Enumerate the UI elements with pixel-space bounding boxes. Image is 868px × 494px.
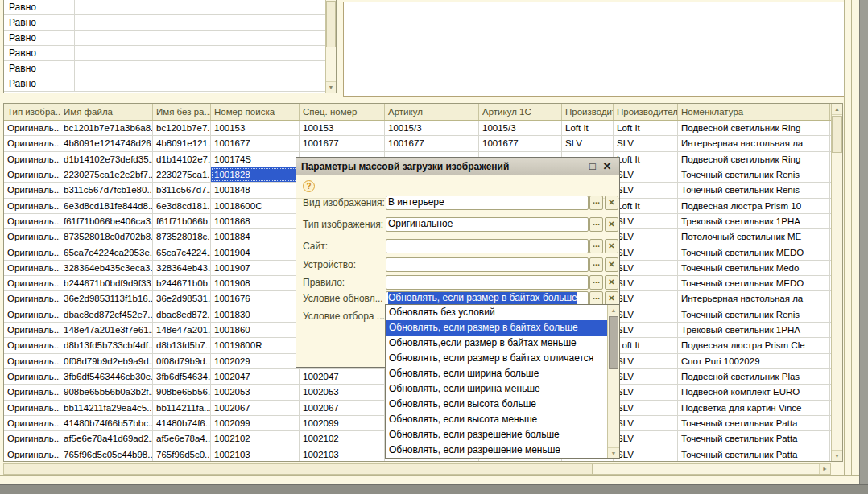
table-cell[interactable]: d8b13fd5b733cbf4df... <box>60 338 153 352</box>
table-cell[interactable]: dbac8ed872... <box>153 307 211 322</box>
table-cell[interactable]: Оригиналь... <box>4 229 60 244</box>
filter-row[interactable]: Равно <box>4 76 325 92</box>
table-cell[interactable]: f61f71b066be406ca3... <box>60 214 153 228</box>
table-cell[interactable]: Loft It <box>614 338 678 352</box>
table-cell[interactable]: d8b13fd5b7... <box>153 338 211 352</box>
table-cell[interactable]: SLV <box>614 354 678 368</box>
table-cell[interactable]: b244671b0bdf9d9f33... <box>60 276 153 290</box>
table-cell[interactable]: 148e47a201... <box>153 323 211 337</box>
table-cell[interactable]: 100153 <box>211 121 300 135</box>
table-cell[interactable]: SLV <box>614 385 678 399</box>
table-cell[interactable]: 1001830 <box>211 307 300 322</box>
table-cell[interactable]: Интерьерная настольная ла <box>678 291 830 306</box>
table-cell[interactable]: 10015/3 <box>385 121 479 135</box>
table-cell[interactable]: 765f96d5c05c44b98... <box>60 447 153 461</box>
table-cell[interactable]: 908be65b56... <box>153 385 211 399</box>
column-header[interactable]: Номенклатура <box>678 104 830 120</box>
table-cell[interactable]: Оригиналь... <box>4 354 60 368</box>
table-cell[interactable]: Оригиналь... <box>4 261 60 275</box>
table-cell[interactable]: bb114211fa29ea4c5... <box>60 401 153 415</box>
clear-icon[interactable]: ✕ <box>605 196 618 210</box>
column-header[interactable]: Имя файла <box>60 104 153 120</box>
clear-icon[interactable]: ✕ <box>605 217 618 232</box>
table-cell[interactable]: 1001677 <box>211 136 300 150</box>
table-cell[interactable]: 1001677 <box>385 136 479 150</box>
table-cell[interactable]: bb114211fa... <box>153 401 211 415</box>
table-cell[interactable]: Точечный светильник Medo <box>678 261 830 275</box>
table-row[interactable]: Оригиналь...4b8091e1214748d26...4b8091e1… <box>4 136 831 151</box>
table-cell[interactable]: SLV <box>614 167 678 182</box>
table-cell[interactable]: 1002047 <box>211 369 300 384</box>
table-cell[interactable]: Оригиналь... <box>4 183 60 197</box>
choose-button[interactable]: ... <box>589 239 603 253</box>
table-cell[interactable]: 1001904 <box>211 245 300 260</box>
filter-value-cell[interactable] <box>75 46 325 60</box>
table-cell[interactable]: Подсветка для картин Vince <box>678 401 830 415</box>
choose-button[interactable]: ... <box>589 275 603 290</box>
table-cell[interactable]: Оригиналь... <box>4 307 60 322</box>
table-hscrollbar-thumb[interactable] <box>4 464 593 474</box>
table-cell[interactable]: 100153 <box>300 121 385 135</box>
field-input[interactable] <box>386 257 589 272</box>
dropdown-item[interactable]: Обновлять, если размер в байтах больше <box>386 320 607 336</box>
table-cell[interactable]: Подвесная люстра Prism Cle <box>678 338 830 352</box>
dropdown-scrollbar-thumb[interactable] <box>609 316 618 369</box>
table-cell[interactable]: SLV <box>614 291 678 306</box>
table-cell[interactable]: 328364eb43... <box>153 261 211 275</box>
table-cell[interactable]: 1002067 <box>211 401 300 415</box>
table-cell[interactable]: SLV <box>614 245 678 260</box>
filter-value-cell[interactable] <box>75 15 325 30</box>
table-cell[interactable]: Оригиналь... <box>4 416 60 430</box>
table-cell[interactable]: Трековый светильник 1PHA <box>678 214 830 228</box>
table-cell[interactable]: SLV <box>562 136 614 150</box>
table-cell[interactable]: 3fb6df54634... <box>153 369 211 384</box>
table-cell[interactable]: 4b8091e121... <box>153 136 211 150</box>
column-header[interactable]: Имя без ра... <box>153 104 211 120</box>
table-cell[interactable]: Оригиналь... <box>4 291 60 306</box>
column-header[interactable]: Номер поиска <box>211 104 300 120</box>
table-cell[interactable]: Точечный светильник Patta <box>678 431 830 446</box>
column-header[interactable]: Артикул <box>385 104 479 120</box>
table-cell[interactable]: af5e6e78a41d69ad2... <box>60 431 153 446</box>
table-cell[interactable]: 1001828 <box>211 167 300 182</box>
table-cell[interactable]: 1001868 <box>211 214 300 228</box>
table-cell[interactable]: Оригиналь... <box>4 245 60 260</box>
table-cell[interactable]: 36e2d9853113f1b16... <box>60 291 153 306</box>
table-cell[interactable]: SLV <box>614 214 678 228</box>
table-cell[interactable]: 65ca7c4224... <box>153 245 211 260</box>
filter-value-cell[interactable] <box>75 61 325 76</box>
filter-condition-cell[interactable]: Равно <box>4 0 75 14</box>
table-cell[interactable]: Оригиналь... <box>4 167 60 182</box>
filter-row[interactable]: Равно <box>4 0 325 15</box>
table-cell[interactable]: b311c567d7... <box>153 183 211 197</box>
table-cell[interactable]: Подвесной светильник Ring <box>678 121 830 135</box>
table-cell[interactable]: Loft It <box>562 121 614 135</box>
table-cell[interactable]: 873528018c... <box>153 229 211 244</box>
dropdown-item[interactable]: Обновлять, если ширина больше <box>386 366 607 381</box>
table-cell[interactable]: bc1201b7e7... <box>153 121 211 135</box>
table-cell[interactable]: 2230275ca1... <box>153 167 211 182</box>
table-cell[interactable]: 1001677 <box>300 136 385 150</box>
close-icon[interactable]: ✕ <box>600 158 614 175</box>
table-cell[interactable]: Оригиналь... <box>4 276 60 290</box>
filter-value-cell[interactable] <box>75 0 325 14</box>
table-cell[interactable]: 1002102 <box>300 431 385 446</box>
table-cell[interactable]: Интерьерная настольная ла <box>678 136 830 150</box>
table-cell[interactable]: 6e3d8cd181fe844d8... <box>60 199 153 213</box>
maximize-icon[interactable]: □ <box>585 158 600 175</box>
table-cell[interactable]: SLV <box>614 447 678 461</box>
table-cell[interactable]: 908be65b56b0a3b2f... <box>60 385 153 399</box>
scroll-right-icon[interactable]: ► <box>819 464 830 474</box>
table-cell[interactable]: 1001848 <box>211 183 300 197</box>
table-cell[interactable]: 41480b74f6... <box>153 416 211 430</box>
table-cell[interactable]: 765f96d5c0... <box>153 447 211 461</box>
clear-icon[interactable]: ✕ <box>605 257 618 272</box>
help-icon[interactable]: ? <box>303 180 315 192</box>
table-cell[interactable]: Точечный светильник Patta <box>678 416 830 430</box>
table-cell[interactable]: SLV <box>614 369 678 384</box>
table-cell[interactable]: 1001907 <box>211 261 300 275</box>
column-header[interactable]: Артикул 1С <box>479 104 562 120</box>
filter-row[interactable]: Равно <box>4 46 325 61</box>
field-input[interactable] <box>386 275 589 290</box>
dropdown-item[interactable]: Обновлять, если размер в байтах отличает… <box>386 351 607 366</box>
